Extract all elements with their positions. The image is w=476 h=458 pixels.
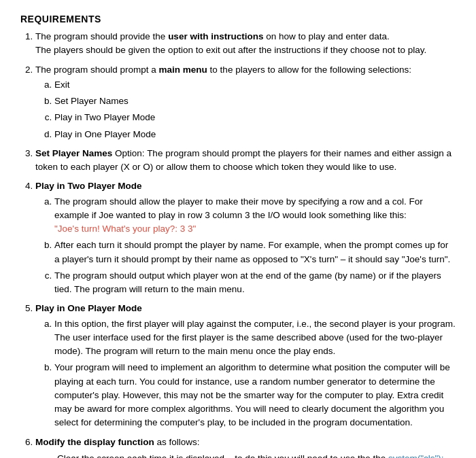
item4-sub-c-text: The program should output which player w… (54, 270, 441, 294)
item4-sublist: The program should allow the player to m… (35, 195, 456, 297)
list-item-6: Modify the display function as follows: … (35, 436, 456, 459)
item1-bold: user with instructions (168, 31, 263, 41)
item2-bold: main menu (159, 65, 207, 75)
list-item-4: Play in Two Player Mode The program shou… (35, 179, 456, 296)
item6-code1: system("cls"); (388, 453, 444, 458)
list-item-5: Play in One Player Mode a. In this optio… (35, 302, 456, 429)
section-heading: REQUIREMENTS (20, 14, 456, 24)
item5-sublist: a. In this option, the first player will… (35, 317, 456, 430)
item1-continuation: The players should be given the option t… (35, 45, 426, 55)
item4-header: Play in Two Player Mode (35, 181, 142, 191)
item2-text: The program should prompt a main menu to… (35, 65, 411, 75)
item2-sub-a: Exit (54, 78, 456, 92)
item5-sub-b: b. Your program will need to implement a… (54, 361, 456, 429)
item2-sub-c: Play in Two Player Mode (54, 111, 456, 124)
item4-sub-a: The program should allow the player to m… (54, 195, 456, 236)
list-item-3: Set Player Names Option: The program sho… (35, 147, 456, 175)
requirements-list: The program should provide the user with… (20, 30, 456, 458)
item4-sub-c: c. The program should output which playe… (54, 269, 456, 297)
item5-header: Play in One Player Mode (35, 303, 142, 313)
item3-bold: Set Player Names (35, 148, 112, 158)
item6-dashlist: Clear the screen each time it is display… (35, 452, 456, 458)
item2-sub-b: Set Player Names (54, 94, 456, 108)
item1-text: The program should provide the user with… (35, 31, 390, 41)
list-item-2: The program should prompt a main menu to… (35, 63, 456, 141)
item6-dash-1: Clear the screen each time it is display… (48, 452, 456, 458)
requirements-section: REQUIREMENTS The program should provide … (20, 14, 456, 458)
item6-bold: Modify the display function (35, 437, 154, 447)
item6-text: as follows: (157, 437, 200, 447)
item2-sub-d: Play in One Player Mode (54, 128, 456, 141)
item4-example: "Joe's turn! What's your play?: 3 3" (54, 224, 196, 234)
item2-sublist: Exit Set Player Names Play in Two Player… (35, 78, 456, 141)
item4-sub-b: After each turn it should prompt the pla… (54, 239, 456, 266)
list-item-1: The program should provide the user with… (35, 30, 456, 58)
item5-sub-a: a. In this option, the first player will… (54, 317, 456, 359)
